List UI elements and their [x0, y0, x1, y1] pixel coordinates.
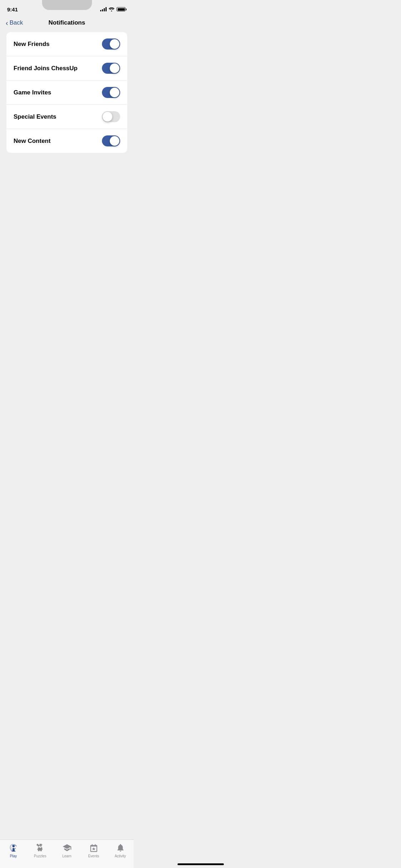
settings-row-special-events: Special Events [6, 105, 127, 129]
settings-row-new-friends: New Friends [6, 32, 127, 56]
settings-label-new-content: New Content [14, 138, 51, 145]
settings-row-friend-joins: Friend Joins ChessUp [6, 56, 127, 81]
toggle-new-friends[interactable] [102, 38, 120, 50]
notch [42, 0, 92, 10]
settings-card: New FriendsFriend Joins ChessUpGame Invi… [6, 32, 127, 153]
settings-label-special-events: Special Events [14, 113, 56, 120]
status-icons [100, 7, 127, 11]
battery-icon [117, 7, 127, 11]
wifi-icon [109, 7, 114, 11]
toggle-game-invites[interactable] [102, 87, 120, 98]
signal-icon [100, 7, 107, 11]
toggle-special-events[interactable] [102, 111, 120, 122]
page-title: Notifications [48, 19, 85, 26]
settings-label-new-friends: New Friends [14, 41, 50, 48]
back-button[interactable]: ‹ Back [6, 19, 23, 27]
nav-bar: ‹ Back Notifications [0, 16, 134, 32]
settings-row-new-content: New Content [6, 129, 127, 153]
chevron-left-icon: ‹ [6, 19, 8, 27]
settings-row-game-invites: Game Invites [6, 81, 127, 105]
status-time: 9:41 [7, 6, 18, 12]
settings-label-game-invites: Game Invites [14, 89, 51, 96]
toggle-new-content[interactable] [102, 135, 120, 146]
settings-label-friend-joins: Friend Joins ChessUp [14, 65, 77, 72]
back-label: Back [10, 19, 23, 26]
toggle-friend-joins[interactable] [102, 63, 120, 74]
